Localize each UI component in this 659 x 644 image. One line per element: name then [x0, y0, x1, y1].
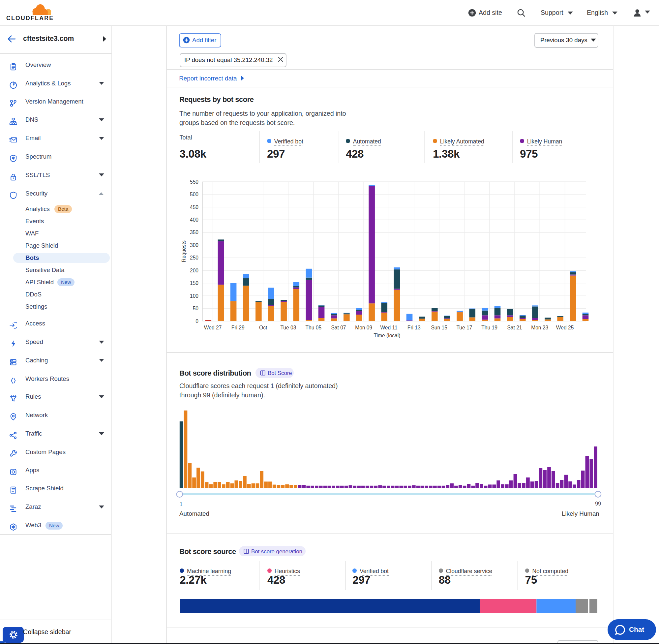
svg-text:Tue 03: Tue 03 — [280, 325, 296, 330]
svg-text:550: 550 — [190, 179, 198, 185]
svg-text:450: 450 — [190, 204, 198, 210]
svg-text:Sun 15: Sun 15 — [431, 325, 447, 330]
svg-text:400: 400 — [190, 217, 198, 223]
svg-text:Tue 17: Tue 17 — [456, 325, 472, 330]
svg-text:Time (local): Time (local) — [374, 333, 401, 338]
svg-text:Oct: Oct — [259, 325, 267, 330]
svg-text:Requests: Requests — [181, 240, 187, 262]
svg-text:Fri 29: Fri 29 — [231, 325, 244, 330]
svg-text:Sat 21: Sat 21 — [507, 325, 522, 330]
svg-text:1: 1 — [180, 501, 183, 507]
svg-text:Fri 13: Fri 13 — [407, 325, 421, 330]
svg-text:300: 300 — [190, 243, 198, 248]
svg-text:Mon 23: Mon 23 — [531, 325, 548, 330]
svg-text:99: 99 — [595, 501, 601, 506]
svg-text:Wed 25: Wed 25 — [556, 325, 574, 330]
svg-text:0: 0 — [195, 319, 198, 324]
svg-text:50: 50 — [193, 306, 199, 311]
svg-text:250: 250 — [190, 255, 198, 260]
svg-text:Wed 11: Wed 11 — [380, 325, 397, 330]
svg-text:Thu 19: Thu 19 — [481, 325, 497, 330]
svg-text:Wed 27: Wed 27 — [204, 325, 221, 330]
svg-text:Thu 05: Thu 05 — [306, 325, 322, 330]
svg-text:500: 500 — [190, 191, 198, 197]
svg-text:200: 200 — [190, 268, 198, 273]
svg-text:Sat 07: Sat 07 — [331, 325, 346, 330]
svg-text:Mon 09: Mon 09 — [355, 325, 372, 330]
svg-text:150: 150 — [190, 280, 198, 286]
svg-text:350: 350 — [190, 230, 198, 235]
svg-text:100: 100 — [190, 293, 198, 299]
